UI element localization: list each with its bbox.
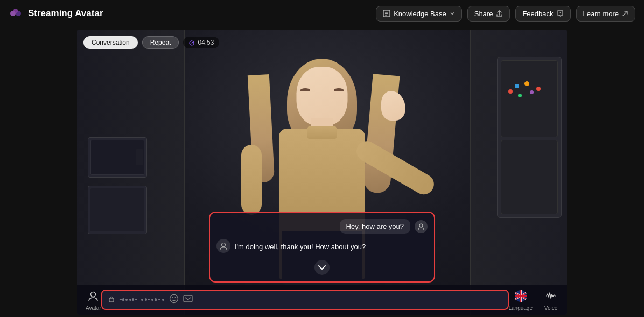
svg-point-11 <box>91 292 96 297</box>
fridge <box>497 57 562 218</box>
emoji-button[interactable] <box>169 294 179 306</box>
video-top-bar: Conversation Repeat 04:53 <box>83 36 219 49</box>
app-title: Streaming Avatar <box>28 8 103 19</box>
knowledge-base-button[interactable]: Knowledge Base <box>376 6 462 22</box>
scroll-button-area <box>216 260 428 275</box>
share-button[interactable]: Share <box>467 6 510 22</box>
left-cabinet <box>77 30 185 315</box>
svg-point-15 <box>175 297 176 298</box>
voice-control-label: Voice <box>544 305 557 311</box>
chat-overlay: Hey, how are you? I'm doing well, than <box>209 212 435 282</box>
svg-point-2 <box>13 9 18 13</box>
header-left: Streaming Avatar <box>9 6 103 20</box>
share-label: Share <box>474 10 493 18</box>
timer-badge: 04:53 <box>183 37 219 48</box>
svg-point-9 <box>419 224 423 227</box>
user-avatar-icon <box>415 220 428 233</box>
send-button[interactable] <box>183 294 193 305</box>
svg-point-7 <box>559 12 561 13</box>
scroll-down-button[interactable] <box>314 260 330 275</box>
chevron-down-icon <box>450 11 455 16</box>
timer-icon <box>188 39 195 46</box>
feedback-button[interactable]: Feedback <box>515 6 570 22</box>
svg-point-14 <box>172 297 173 298</box>
lock-icon <box>108 295 115 304</box>
chevron-down-icon <box>318 265 326 270</box>
svg-point-10 <box>222 243 226 247</box>
voice-control-button[interactable]: Voice <box>543 288 558 311</box>
appliance-left2 <box>88 186 147 234</box>
right-cabinet <box>470 30 567 315</box>
audio-waveform <box>120 294 165 305</box>
knowledge-base-label: Knowledge Base <box>394 10 446 18</box>
user-message-text: Hey, how are you? <box>340 219 410 234</box>
chat-input-area[interactable] <box>101 290 509 310</box>
repeat-tab[interactable]: Repeat <box>142 36 179 49</box>
app-logo <box>9 6 23 20</box>
knowledge-base-icon <box>383 10 390 17</box>
bottom-left-controls: Avatar <box>86 288 101 311</box>
share-icon <box>496 10 503 17</box>
video-bottom-bar: Avatar <box>77 285 567 315</box>
feedback-label: Feedback <box>522 10 553 18</box>
svg-rect-16 <box>184 295 192 302</box>
avatar-control-icon <box>86 288 101 304</box>
user-message-row: Hey, how are you? <box>216 219 428 234</box>
video-frame: Conversation Repeat 04:53 Hey, how are y… <box>77 30 567 315</box>
avatar-message-text: I'm doing well, thank you! How about you… <box>235 239 366 255</box>
voice-control-icon <box>543 288 558 304</box>
conversation-tab[interactable]: Conversation <box>83 36 138 49</box>
avatar-control-label: Avatar <box>86 305 101 311</box>
learn-more-icon <box>622 10 628 17</box>
header-right: Knowledge Base Share Feedback Learn more <box>376 6 635 22</box>
avatar-control-button[interactable]: Avatar <box>86 288 101 311</box>
appliance-left <box>88 137 147 178</box>
learn-more-label: Learn more <box>583 10 619 18</box>
learn-more-button[interactable]: Learn more <box>576 6 635 22</box>
feedback-icon <box>557 10 564 17</box>
timer-value: 04:53 <box>198 39 214 46</box>
avatar-chat-icon <box>216 239 230 253</box>
main-area: Conversation Repeat 04:53 Hey, how are y… <box>0 27 644 317</box>
avatar-message-row: I'm doing well, thank you! How about you… <box>216 239 428 255</box>
language-control-label: Language <box>509 305 533 311</box>
svg-point-13 <box>170 294 178 302</box>
svg-rect-12 <box>109 298 114 302</box>
language-control-button[interactable]: Language <box>509 288 533 311</box>
language-control-icon <box>513 288 528 304</box>
app-header: Streaming Avatar Knowledge Base Share Fe… <box>0 0 644 27</box>
svg-line-8 <box>192 42 193 43</box>
bottom-right-controls: Language Voice <box>509 288 559 311</box>
